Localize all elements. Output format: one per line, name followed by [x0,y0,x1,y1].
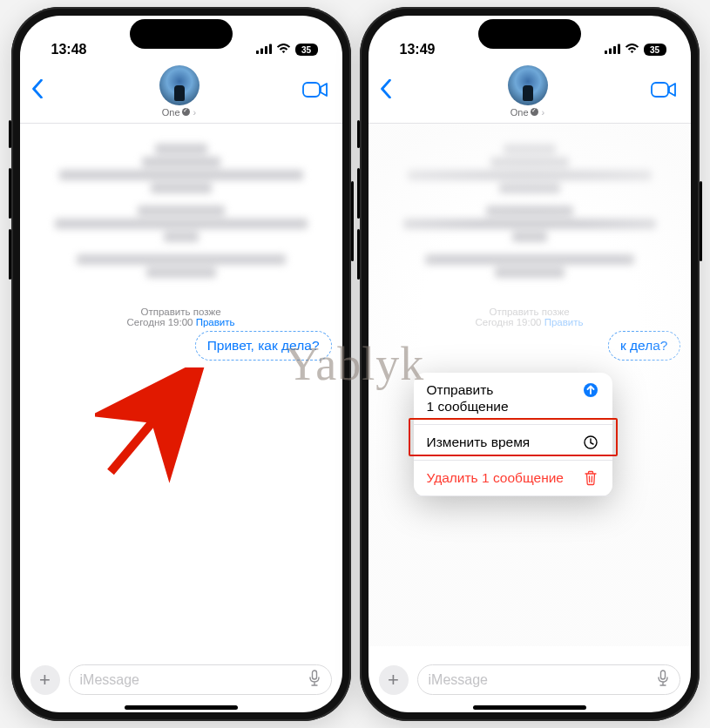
svg-rect-8 [609,49,612,55]
home-indicator [125,705,238,710]
svg-rect-1 [260,49,263,55]
battery-level: 35 [644,44,666,56]
chat-body: Отправить позже Сегодня 19:00 Править Пр… [20,124,342,646]
home-indicator [473,705,586,710]
svg-rect-7 [605,51,607,54]
verified-badge [531,108,538,116]
dynamic-island [130,19,233,49]
phone-left: 13:48 35 One [11,7,351,721]
status-time: 13:48 [51,42,87,57]
input-placeholder: iMessage [429,672,488,688]
svg-rect-2 [265,46,267,54]
annotation-arrow [95,367,217,489]
cellular-icon [605,42,620,57]
trash-icon [582,470,599,486]
scheduled-message-bubble[interactable]: Привет, как дела? [195,331,332,361]
blurred-history [369,124,691,286]
edit-schedule-link[interactable]: Править [196,317,235,327]
battery-level: 35 [295,44,318,56]
clock-icon [582,435,599,450]
message-input[interactable]: iMessage [417,664,680,695]
svg-rect-11 [652,83,668,97]
svg-rect-0 [256,51,259,54]
svg-rect-10 [618,44,620,55]
scheduled-time: Сегодня 19:00 [475,317,544,327]
facetime-button[interactable] [651,81,677,102]
contact-name-label: One [162,107,180,118]
svg-line-5 [111,376,191,472]
svg-rect-14 [660,671,665,679]
mic-icon[interactable] [657,670,669,691]
status-time: 13:49 [400,42,436,57]
svg-rect-6 [312,671,316,679]
wifi-icon [276,42,291,57]
svg-rect-4 [303,83,320,97]
verified-badge [182,108,190,116]
send-icon [582,382,599,398]
cellular-icon [256,42,272,57]
back-button[interactable] [379,78,405,104]
avatar [508,65,548,105]
contact-info[interactable]: One [159,65,199,118]
facetime-button[interactable] [302,81,328,102]
contact-name-label: One [511,107,529,118]
context-menu: Отправить 1 сообщение Изменить время Уда… [414,373,612,496]
input-placeholder: iMessage [80,672,139,688]
scheduled-message-bubble[interactable]: к дела? [608,331,680,361]
menu-change-time[interactable]: Изменить время [414,425,612,461]
edit-schedule-link: Править [544,317,584,327]
input-bar: + iMessage [369,657,691,702]
back-button[interactable] [30,78,57,104]
mic-icon[interactable] [308,670,321,691]
input-bar: + iMessage [20,657,342,702]
menu-delete[interactable]: Удалить 1 сообщение [414,461,612,496]
message-input[interactable]: iMessage [69,664,332,695]
chat-header: One [369,63,691,124]
attach-button[interactable]: + [30,665,60,695]
chat-body: Отправить позже Сегодня 19:00 Править к … [369,124,691,646]
scheduled-title: Отправить позже [20,307,342,317]
blurred-history [20,124,342,286]
avatar [159,65,199,105]
scheduled-label: Отправить позже Сегодня 19:00 Править [20,307,342,327]
chat-header: One [20,63,342,124]
scheduled-time: Сегодня 19:00 [126,317,195,327]
scheduled-title: Отправить позже [369,307,691,317]
wifi-icon [625,42,639,57]
svg-rect-3 [269,44,272,55]
dynamic-island [478,19,581,49]
scheduled-label: Отправить позже Сегодня 19:00 Править [369,307,691,327]
menu-send-now[interactable]: Отправить 1 сообщение [414,373,612,425]
phone-right: 13:49 35 One [360,7,700,721]
attach-button[interactable]: + [379,665,409,695]
contact-info[interactable]: One [508,65,548,118]
svg-rect-9 [613,46,616,54]
